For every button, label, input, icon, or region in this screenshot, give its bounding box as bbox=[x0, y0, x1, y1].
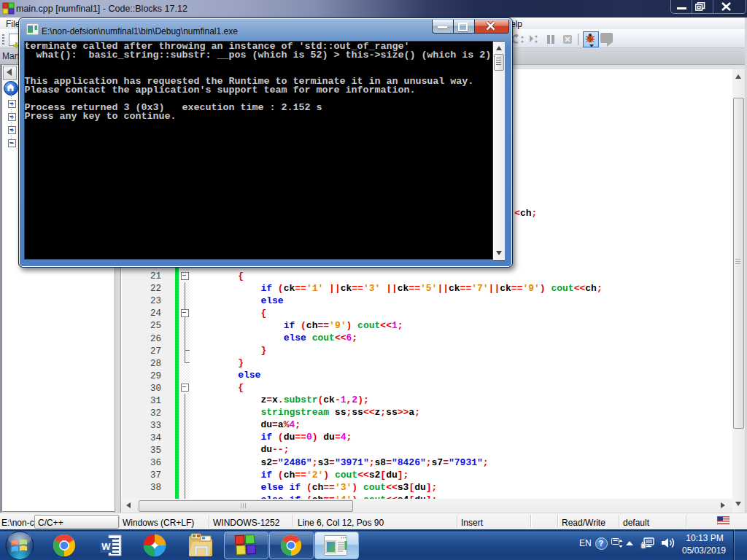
svg-text:W: W bbox=[101, 541, 111, 552]
